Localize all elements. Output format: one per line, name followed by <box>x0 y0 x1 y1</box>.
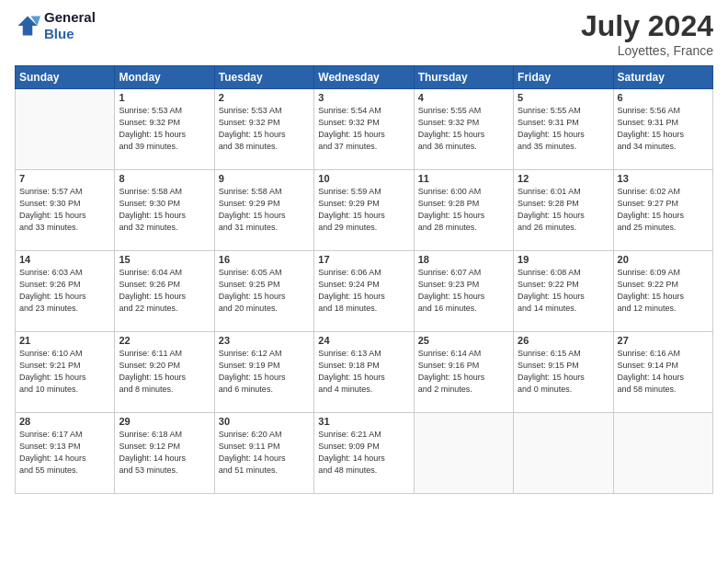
logo-blue: Blue <box>44 26 96 42</box>
calendar-cell: 31Sunrise: 6:21 AM Sunset: 9:09 PM Dayli… <box>314 413 414 494</box>
calendar-table: Sunday Monday Tuesday Wednesday Thursday… <box>15 65 713 494</box>
cell-content: Sunrise: 5:57 AM Sunset: 9:30 PM Dayligh… <box>19 186 110 234</box>
location: Loyettes, France <box>581 43 713 58</box>
cell-content: Sunrise: 6:14 AM Sunset: 9:16 PM Dayligh… <box>418 348 509 396</box>
calendar-cell: 14Sunrise: 6:03 AM Sunset: 9:26 PM Dayli… <box>16 251 115 332</box>
day-number: 17 <box>318 254 409 265</box>
cell-content: Sunrise: 6:07 AM Sunset: 9:23 PM Dayligh… <box>418 267 509 315</box>
calendar-page: General Blue July 2024 Loyettes, France … <box>0 0 728 563</box>
cell-content: Sunrise: 6:17 AM Sunset: 9:13 PM Dayligh… <box>19 429 110 477</box>
logo: General Blue <box>15 9 96 42</box>
day-number: 3 <box>318 92 409 103</box>
col-saturday: Saturday <box>613 66 712 89</box>
cell-content: Sunrise: 6:01 AM Sunset: 9:28 PM Dayligh… <box>518 186 609 234</box>
day-number: 1 <box>119 92 210 103</box>
col-monday: Monday <box>115 66 214 89</box>
calendar-cell: 5Sunrise: 5:55 AM Sunset: 9:31 PM Daylig… <box>514 89 613 170</box>
day-number: 7 <box>19 173 110 184</box>
calendar-cell: 12Sunrise: 6:01 AM Sunset: 9:28 PM Dayli… <box>514 170 613 251</box>
cell-content: Sunrise: 6:02 AM Sunset: 9:27 PM Dayligh… <box>618 186 709 234</box>
cell-content: Sunrise: 5:54 AM Sunset: 9:32 PM Dayligh… <box>318 105 409 153</box>
calendar-cell: 6Sunrise: 5:56 AM Sunset: 9:31 PM Daylig… <box>613 89 712 170</box>
calendar-cell: 4Sunrise: 5:55 AM Sunset: 9:32 PM Daylig… <box>414 89 513 170</box>
cell-content: Sunrise: 5:55 AM Sunset: 9:31 PM Dayligh… <box>518 105 609 153</box>
calendar-cell: 2Sunrise: 5:53 AM Sunset: 9:32 PM Daylig… <box>214 89 313 170</box>
day-number: 12 <box>518 173 609 184</box>
calendar-week-5: 28Sunrise: 6:17 AM Sunset: 9:13 PM Dayli… <box>16 413 713 494</box>
day-number: 5 <box>518 92 609 103</box>
calendar-cell: 30Sunrise: 6:20 AM Sunset: 9:11 PM Dayli… <box>214 413 313 494</box>
cell-content: Sunrise: 5:58 AM Sunset: 9:29 PM Dayligh… <box>219 186 310 234</box>
calendar-cell: 13Sunrise: 6:02 AM Sunset: 9:27 PM Dayli… <box>613 170 712 251</box>
calendar-cell: 22Sunrise: 6:11 AM Sunset: 9:20 PM Dayli… <box>115 332 214 413</box>
month-title: July 2024 <box>581 9 713 43</box>
day-number: 2 <box>219 92 310 103</box>
cell-content: Sunrise: 6:08 AM Sunset: 9:22 PM Dayligh… <box>518 267 609 315</box>
day-number: 11 <box>418 173 509 184</box>
col-wednesday: Wednesday <box>314 66 414 89</box>
title-block: July 2024 Loyettes, France <box>581 9 713 58</box>
cell-content: Sunrise: 6:18 AM Sunset: 9:12 PM Dayligh… <box>119 429 210 477</box>
cell-content: Sunrise: 6:13 AM Sunset: 9:18 PM Dayligh… <box>318 348 409 396</box>
cell-content: Sunrise: 6:10 AM Sunset: 9:21 PM Dayligh… <box>19 348 110 396</box>
calendar-cell: 17Sunrise: 6:06 AM Sunset: 9:24 PM Dayli… <box>314 251 414 332</box>
cell-content: Sunrise: 6:15 AM Sunset: 9:15 PM Dayligh… <box>518 348 609 396</box>
cell-content: Sunrise: 6:00 AM Sunset: 9:28 PM Dayligh… <box>418 186 509 234</box>
day-number: 9 <box>219 173 310 184</box>
col-friday: Friday <box>514 66 613 89</box>
calendar-cell: 10Sunrise: 5:59 AM Sunset: 9:29 PM Dayli… <box>314 170 414 251</box>
calendar-cell: 24Sunrise: 6:13 AM Sunset: 9:18 PM Dayli… <box>314 332 414 413</box>
col-tuesday: Tuesday <box>214 66 313 89</box>
day-number: 29 <box>119 416 210 427</box>
cell-content: Sunrise: 5:56 AM Sunset: 9:31 PM Dayligh… <box>618 105 709 153</box>
cell-content: Sunrise: 6:06 AM Sunset: 9:24 PM Dayligh… <box>318 267 409 315</box>
calendar-cell: 29Sunrise: 6:18 AM Sunset: 9:12 PM Dayli… <box>115 413 214 494</box>
calendar-cell: 28Sunrise: 6:17 AM Sunset: 9:13 PM Dayli… <box>16 413 115 494</box>
calendar-week-3: 14Sunrise: 6:03 AM Sunset: 9:26 PM Dayli… <box>16 251 713 332</box>
calendar-cell: 21Sunrise: 6:10 AM Sunset: 9:21 PM Dayli… <box>16 332 115 413</box>
day-number: 10 <box>318 173 409 184</box>
day-number: 24 <box>318 335 409 346</box>
calendar-cell: 18Sunrise: 6:07 AM Sunset: 9:23 PM Dayli… <box>414 251 513 332</box>
cell-content: Sunrise: 6:03 AM Sunset: 9:26 PM Dayligh… <box>19 267 110 315</box>
col-sunday: Sunday <box>16 66 115 89</box>
calendar-cell: 19Sunrise: 6:08 AM Sunset: 9:22 PM Dayli… <box>514 251 613 332</box>
day-number: 19 <box>518 254 609 265</box>
day-number: 14 <box>19 254 110 265</box>
calendar-cell: 23Sunrise: 6:12 AM Sunset: 9:19 PM Dayli… <box>214 332 313 413</box>
calendar-cell: 11Sunrise: 6:00 AM Sunset: 9:28 PM Dayli… <box>414 170 513 251</box>
day-number: 15 <box>119 254 210 265</box>
calendar-week-2: 7Sunrise: 5:57 AM Sunset: 9:30 PM Daylig… <box>16 170 713 251</box>
cell-content: Sunrise: 6:16 AM Sunset: 9:14 PM Dayligh… <box>618 348 709 396</box>
cell-content: Sunrise: 6:21 AM Sunset: 9:09 PM Dayligh… <box>318 429 409 477</box>
day-number: 22 <box>119 335 210 346</box>
day-number: 6 <box>618 92 709 103</box>
calendar-cell: 26Sunrise: 6:15 AM Sunset: 9:15 PM Dayli… <box>514 332 613 413</box>
calendar-cell: 27Sunrise: 6:16 AM Sunset: 9:14 PM Dayli… <box>613 332 712 413</box>
day-number: 4 <box>418 92 509 103</box>
logo-icon <box>15 13 40 39</box>
cell-content: Sunrise: 6:20 AM Sunset: 9:11 PM Dayligh… <box>219 429 310 477</box>
day-number: 31 <box>318 416 409 427</box>
calendar-week-1: 1Sunrise: 5:53 AM Sunset: 9:32 PM Daylig… <box>16 89 713 170</box>
calendar-cell <box>16 89 115 170</box>
logo-general: General <box>44 9 96 26</box>
cell-content: Sunrise: 6:04 AM Sunset: 9:26 PM Dayligh… <box>119 267 210 315</box>
cell-content: Sunrise: 5:58 AM Sunset: 9:30 PM Dayligh… <box>119 186 210 234</box>
day-number: 20 <box>618 254 709 265</box>
logo-text: General Blue <box>44 9 96 42</box>
cell-content: Sunrise: 5:53 AM Sunset: 9:32 PM Dayligh… <box>119 105 210 153</box>
day-number: 8 <box>119 173 210 184</box>
calendar-cell: 15Sunrise: 6:04 AM Sunset: 9:26 PM Dayli… <box>115 251 214 332</box>
day-number: 18 <box>418 254 509 265</box>
calendar-cell <box>613 413 712 494</box>
day-number: 16 <box>219 254 310 265</box>
day-number: 30 <box>219 416 310 427</box>
calendar-cell: 20Sunrise: 6:09 AM Sunset: 9:22 PM Dayli… <box>613 251 712 332</box>
day-number: 26 <box>518 335 609 346</box>
calendar-cell: 1Sunrise: 5:53 AM Sunset: 9:32 PM Daylig… <box>115 89 214 170</box>
calendar-cell: 16Sunrise: 6:05 AM Sunset: 9:25 PM Dayli… <box>214 251 313 332</box>
day-number: 27 <box>618 335 709 346</box>
cell-content: Sunrise: 6:12 AM Sunset: 9:19 PM Dayligh… <box>219 348 310 396</box>
calendar-cell: 3Sunrise: 5:54 AM Sunset: 9:32 PM Daylig… <box>314 89 414 170</box>
